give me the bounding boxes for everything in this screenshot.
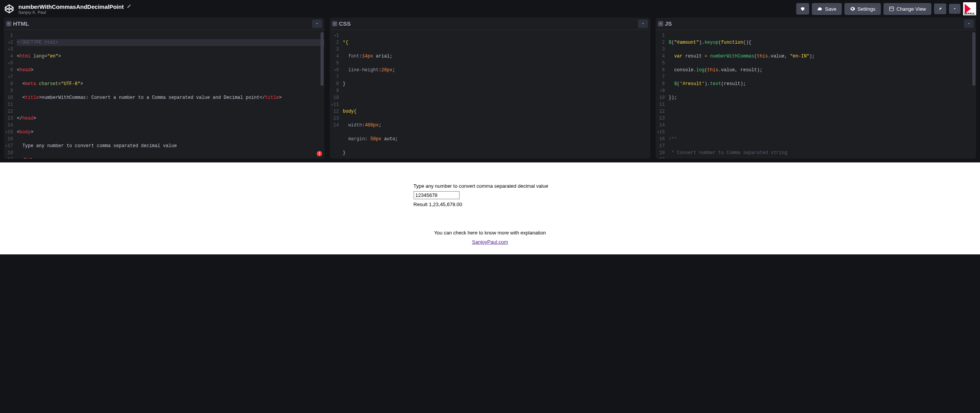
js-settings-icon[interactable] [658,21,663,26]
more-menu-button[interactable] [949,4,960,14]
footer-text: You can check here to know more with exp… [434,230,546,236]
js-collapse-button[interactable] [964,20,974,28]
codepen-logo-icon[interactable] [4,3,15,14]
amount-input[interactable] [414,191,460,199]
html-editor[interactable]: 1▾2▾34▾56▾7891011121314▾1516▾17181920 <!… [4,30,324,159]
title-block: numberWithCommasAndDecimalPoint Sanjoy K… [18,3,131,15]
css-panel: CSS ▾12345▾678910▾11121314 *{ font:14px … [330,18,650,159]
html-collapse-button[interactable] [312,20,322,28]
scrollbar-thumb[interactable] [321,32,324,86]
js-panel: JS 12345678▾91011121314▾15161718192021 $… [656,18,976,159]
app-header: numberWithCommasAndDecimalPoint Sanjoy K… [0,0,980,18]
css-editor[interactable]: ▾12345▾678910▾11121314 *{ font:14px aria… [330,30,650,159]
user-avatar[interactable]: SKPAUL [963,2,976,15]
css-settings-icon[interactable] [332,21,337,26]
css-panel-title: CSS [339,20,351,27]
change-view-label: Change View [897,6,926,12]
js-code[interactable]: $("#amount").keyup(function(){ var resul… [668,30,976,159]
save-button[interactable]: Save [812,3,842,15]
html-settings-icon[interactable] [6,21,11,26]
svg-point-6 [8,23,10,24]
pin-button[interactable] [934,3,946,14]
settings-button[interactable]: Settings [844,3,881,15]
html-gutter: 1▾2▾34▾56▾7891011121314▾1516▾17181920 [4,30,16,159]
css-panel-header: CSS [330,18,650,30]
js-editor[interactable]: 12345678▾91011121314▾15161718192021 $("#… [656,30,976,159]
edit-title-icon[interactable] [127,4,131,10]
result-label: Result [414,202,429,207]
preview-footer: You can check here to know more with exp… [414,228,567,247]
footer-link[interactable]: SanjoyPaul.com [472,239,508,245]
avatar-label: SKPAUL [963,12,976,15]
html-code[interactable]: <!DOCTYPE html> <html lang="en"> <head> … [16,30,324,159]
scrollbar-thumb[interactable] [972,32,975,86]
result-value: 1,23,45,678.00 [429,202,462,207]
html-panel-header: HTML [4,18,324,30]
js-gutter: 12345678▾91011121314▾15161718192021 [656,30,668,159]
preview-pane: Type any number to convert comma separat… [0,162,980,254]
html-panel: HTML 1▾2▾34▾56▾7891011121314▾1516▾171819… [4,18,324,159]
error-badge-icon[interactable]: ! [317,151,322,156]
css-code[interactable]: *{ font:14px arial; line-height:28px; } … [342,30,650,159]
svg-point-7 [334,23,335,24]
js-panel-title: JS [665,20,672,27]
svg-point-8 [660,23,661,24]
preview-prompt: Type any number to convert comma separat… [414,183,548,189]
html-panel-title: HTML [13,20,29,27]
editors-row: HTML 1▾2▾34▾56▾7891011121314▾1516▾171819… [0,18,980,162]
pen-title[interactable]: numberWithCommasAndDecimalPoint [18,3,124,10]
save-label: Save [825,6,836,12]
header-actions: Save Settings Change View SKPAUL [796,2,976,15]
pen-author[interactable]: Sanjoy K. Paul [18,10,131,15]
css-collapse-button[interactable] [638,20,648,28]
svg-rect-3 [890,7,894,11]
settings-label: Settings [857,6,875,12]
change-view-button[interactable]: Change View [883,3,931,15]
love-button[interactable] [796,3,809,15]
js-panel-header: JS [656,18,976,30]
css-gutter: ▾12345▾678910▾11121314 [330,30,342,159]
